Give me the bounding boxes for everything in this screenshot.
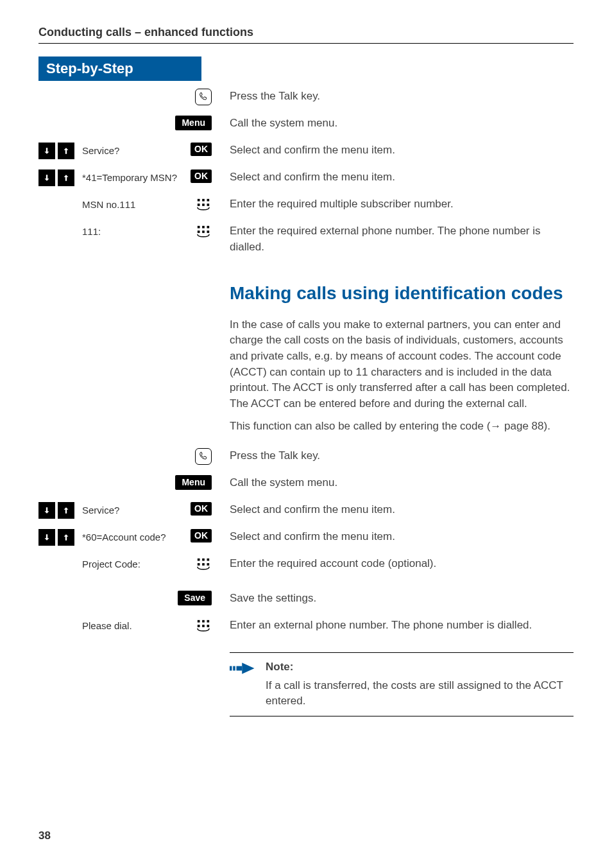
step-instruction: Select and confirm the menu item.: [218, 502, 574, 518]
step-row: Please dial. Enter an external phone num…: [38, 618, 574, 637]
content-area: Press the Talk key. Menu Call the system…: [38, 81, 574, 716]
left-col: Service? OK: [38, 143, 218, 162]
keypad-icon[interactable]: [195, 618, 212, 634]
intro-paragraph: In the case of calls you make to externa…: [230, 317, 574, 412]
menu-item-label: *60=Account code?: [78, 529, 187, 542]
step-row: Project Code: Enter the required account…: [38, 556, 574, 575]
arrow-group: [38, 502, 74, 519]
note-row: Note: If a call is transferred, the cost…: [38, 645, 574, 716]
step-row: Save Save the settings.: [38, 591, 574, 610]
svg-rect-7: [202, 226, 205, 229]
step-row: Press the Talk key.: [38, 448, 574, 467]
step-instruction: Enter the required account code (optiona…: [218, 556, 574, 572]
up-arrow-icon[interactable]: [58, 169, 74, 186]
note-content: Note: If a call is transferred, the cost…: [266, 659, 574, 709]
step-row: *60=Account code? OK Select and confirm …: [38, 529, 574, 548]
svg-rect-17: [207, 563, 210, 566]
step-instruction: Select and confirm the menu item.: [218, 529, 574, 545]
svg-rect-4: [202, 204, 205, 206]
keypad-icon[interactable]: [195, 196, 212, 213]
svg-rect-9: [198, 230, 200, 233]
left-col: *41=Temporary MSN? OK: [38, 169, 218, 189]
left-col-empty: [38, 645, 218, 664]
intro-text: This function can also be called by ente…: [230, 420, 490, 432]
svg-rect-20: [207, 620, 210, 623]
arrow-group: [38, 143, 74, 159]
page-ref-arrow-icon: →: [490, 420, 501, 432]
note-arrow-icon: [230, 661, 257, 676]
svg-rect-6: [198, 226, 200, 229]
left-col: [38, 448, 218, 467]
step-row: Service? OK Select and confirm the menu …: [38, 143, 574, 162]
step-row: 111: Enter the required external phone n…: [38, 223, 574, 255]
svg-rect-1: [202, 199, 205, 202]
ok-button[interactable]: OK: [191, 502, 212, 516]
left-col: Save: [38, 591, 218, 610]
menu-item-label: *41=Temporary MSN?: [78, 169, 187, 183]
menu-button[interactable]: Menu: [175, 475, 212, 490]
up-arrow-icon[interactable]: [58, 529, 74, 546]
svg-rect-10: [202, 230, 205, 233]
note-title: Note:: [266, 659, 574, 675]
svg-rect-18: [198, 620, 200, 623]
left-col: Please dial.: [38, 618, 218, 637]
note-box: Note: If a call is transferred, the cost…: [230, 652, 574, 716]
down-arrow-icon[interactable]: [38, 169, 55, 186]
step-row: Press the Talk key.: [38, 89, 574, 108]
down-arrow-icon[interactable]: [38, 529, 55, 546]
menu-button[interactable]: Menu: [175, 116, 212, 130]
arrow-group: [38, 529, 74, 546]
step-instruction: Enter the required external phone number…: [218, 223, 574, 255]
step-instruction: Press the Talk key.: [218, 89, 574, 105]
svg-rect-19: [202, 620, 205, 623]
step-row: Menu Call the system menu.: [38, 475, 574, 494]
step-instruction: Call the system menu.: [218, 475, 574, 491]
up-arrow-icon[interactable]: [58, 143, 74, 159]
down-arrow-icon[interactable]: [38, 502, 55, 519]
svg-rect-5: [207, 204, 210, 206]
keypad-icon[interactable]: [195, 556, 212, 573]
step-instruction: Enter an external phone number. The phon…: [218, 618, 574, 634]
talk-key-icon: [195, 89, 212, 105]
svg-rect-14: [207, 559, 210, 561]
svg-rect-23: [207, 625, 210, 627]
svg-rect-2: [207, 199, 210, 202]
ok-button[interactable]: OK: [191, 169, 212, 183]
section-title: Making calls using identification codes: [230, 282, 574, 305]
step-instruction: Enter the required multiple subscriber n…: [218, 196, 574, 213]
step-by-step-header: Step-by-Step: [38, 56, 201, 81]
ok-button[interactable]: OK: [191, 529, 212, 542]
save-button[interactable]: Save: [178, 591, 212, 605]
step-instruction: Call the system menu.: [218, 116, 574, 132]
display-text: 111:: [78, 223, 191, 237]
ok-button[interactable]: OK: [191, 143, 212, 156]
step-instruction: Press the Talk key.: [218, 448, 574, 464]
step-row: *41=Temporary MSN? OK Select and confirm…: [38, 169, 574, 189]
step-row: MSN no.111 Enter the required multiple s…: [38, 196, 574, 216]
step-row: Service? OK Select and confirm the menu …: [38, 502, 574, 521]
svg-rect-15: [198, 563, 200, 566]
left-col: Menu: [38, 475, 218, 494]
keypad-icon[interactable]: [195, 223, 212, 240]
note-container: Note: If a call is transferred, the cost…: [218, 645, 574, 716]
svg-rect-21: [198, 625, 200, 627]
display-text: MSN no.111: [78, 196, 191, 210]
svg-rect-13: [202, 559, 205, 561]
left-col: Project Code:: [38, 556, 218, 575]
svg-rect-25: [233, 666, 235, 671]
left-col: *60=Account code? OK: [38, 529, 218, 548]
svg-rect-26: [237, 666, 242, 671]
step-row: Menu Call the system menu.: [38, 116, 574, 135]
menu-item-label: Service?: [78, 143, 187, 156]
left-col: [38, 89, 218, 108]
step-instruction: Select and confirm the menu item.: [218, 143, 574, 159]
svg-rect-11: [207, 230, 210, 233]
svg-rect-16: [202, 563, 205, 566]
arrow-group: [38, 169, 74, 186]
menu-item-label: Service?: [78, 502, 187, 516]
up-arrow-icon[interactable]: [58, 502, 74, 519]
page-ref: page 88).: [501, 420, 550, 432]
note-body: If a call is transferred, the costs are …: [266, 679, 563, 707]
left-col: Menu: [38, 116, 218, 135]
down-arrow-icon[interactable]: [38, 143, 55, 159]
